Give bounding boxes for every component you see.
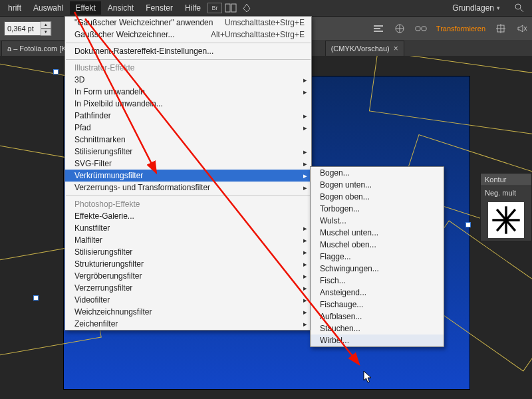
- effekt-menu: "Gaußscher Weichzeichner" anwendenUmscha…: [65, 16, 312, 331]
- mi-apply-last-label: "Gaußscher Weichzeichner" anwenden: [74, 18, 213, 27]
- panel-tab-kontur[interactable]: Kontur: [481, 174, 531, 186]
- mi-verkr-mmungsfilter[interactable]: Verkrümmungsfilter: [65, 170, 311, 182]
- mi-bogen-oben-[interactable]: Bogen oben...: [311, 191, 444, 203]
- mi-schwingungen-[interactable]: Schwingungen...: [311, 263, 444, 275]
- svg-rect-5: [374, 28, 380, 29]
- anchor-point[interactable]: [466, 222, 471, 227]
- mi-in-form-umwandeln[interactable]: In Form umwandeln: [65, 86, 311, 98]
- svg-rect-0: [225, 4, 230, 12]
- mi-wulst-[interactable]: Wulst...: [311, 215, 444, 227]
- brush-swatch[interactable]: [488, 202, 524, 238]
- mi-torbogen-[interactable]: Torbogen...: [311, 203, 444, 215]
- mi-kunstfilter[interactable]: Kunstfilter: [65, 222, 311, 234]
- mi-muschel-unten-[interactable]: Muschel unten...: [311, 227, 444, 239]
- mi-apply-last[interactable]: "Gaußscher Weichzeichner" anwendenUmscha…: [65, 17, 311, 29]
- menu-auswahl[interactable]: Auswahl: [28, 1, 68, 15]
- mi-verzerrungsfilter[interactable]: Verzerrungsfilter: [65, 282, 311, 294]
- svg-line-16: [506, 209, 515, 220]
- doc-tab-1[interactable]: a – Fotolia.com [K: [1, 41, 72, 56]
- gpu-icon[interactable]: [239, 2, 254, 14]
- warp-submenu: Bogen...Bogen unten...Bogen oben...Torbo…: [310, 166, 444, 347]
- mi-strukturierungsfilter[interactable]: Strukturierungsfilter: [65, 258, 311, 270]
- menubar: hrift Auswahl Effekt Ansicht Fenster Hil…: [0, 0, 532, 16]
- mi-effekte-galerie-[interactable]: Effekte-Galerie...: [65, 210, 311, 222]
- transform-link[interactable]: Transformieren: [436, 25, 485, 33]
- svg-rect-1: [231, 4, 236, 12]
- mi-schnittmarken[interactable]: Schnittmarken: [65, 134, 311, 146]
- workspace-switcher[interactable]: Grundlagen▾: [447, 2, 505, 14]
- doc-tab-2-label: (CMYK/Vorschau): [331, 45, 390, 53]
- menu-hrift[interactable]: hrift: [3, 1, 27, 15]
- workspace-label: Grundlagen: [452, 3, 494, 13]
- mi-aufblasen-[interactable]: Aufblasen...: [311, 311, 444, 323]
- mi-bogen-[interactable]: Bogen...: [311, 167, 444, 179]
- link-icon[interactable]: [415, 23, 427, 35]
- mi-svg-filter[interactable]: SVG-Filter: [65, 158, 311, 170]
- stroke-weight-value: 0,364 pt: [5, 25, 37, 33]
- mi-edit-last-label: Gaußscher Weichzeichner...: [74, 30, 175, 39]
- mi-bogen-unten-[interactable]: Bogen unten...: [311, 179, 444, 191]
- svg-line-20: [497, 220, 506, 231]
- mi-muschel-oben-[interactable]: Muschel oben...: [311, 239, 444, 251]
- menu-separator: [66, 43, 311, 43]
- svg-line-18: [506, 220, 515, 231]
- svg-line-22: [497, 209, 506, 220]
- anchor-point[interactable]: [53, 69, 59, 74]
- menu-header-photoshop: Photoshop-Effekte: [65, 198, 311, 210]
- arrange-docs-icon[interactable]: [223, 2, 238, 14]
- close-icon[interactable]: ×: [394, 44, 398, 53]
- svg-point-2: [515, 4, 521, 9]
- svg-rect-6: [374, 31, 383, 32]
- mi-weichzeichnungsfilter[interactable]: Weichzeichnungsfilter: [65, 306, 311, 318]
- mi-3d[interactable]: 3D: [65, 74, 311, 86]
- anchor-point[interactable]: [33, 295, 39, 301]
- doc-tab-2[interactable]: (CMYK/Vorschau)×: [325, 41, 404, 56]
- mute-icon[interactable]: [516, 23, 528, 35]
- svg-rect-4: [374, 25, 383, 27]
- menu-separator: [66, 59, 311, 60]
- mi-stilisierungsfilter[interactable]: Stilisierungsfilter: [65, 246, 311, 258]
- mi-pathfinder[interactable]: Pathfinder: [65, 110, 311, 122]
- search-icon[interactable]: [512, 2, 527, 14]
- svg-line-3: [520, 9, 523, 12]
- isolate-icon[interactable]: [495, 23, 507, 35]
- mi-vergr-berungsfilter[interactable]: Vergröberungsfilter: [65, 270, 311, 282]
- mi-doc-raster[interactable]: Dokument-Rastereffekt-Einstellungen...: [65, 45, 311, 57]
- mi-pfad[interactable]: Pfad: [65, 122, 311, 134]
- mi-ansteigend-[interactable]: Ansteigend...: [311, 287, 444, 299]
- menu-fenster[interactable]: Fenster: [140, 1, 178, 15]
- mi-verzerrungs-und-transformationsfilter[interactable]: Verzerrungs- und Transformationsfilter: [65, 182, 311, 194]
- mi-videofilter[interactable]: Videofilter: [65, 294, 311, 306]
- globe-icon[interactable]: [394, 23, 406, 35]
- mi-malfilter[interactable]: Malfilter: [65, 234, 311, 246]
- mi-stilisierungsfilter[interactable]: Stilisierungsfilter: [65, 146, 311, 158]
- menu-header-illustrator: Illustrator-Effekte: [65, 62, 311, 74]
- mi-wirbel-[interactable]: Wirbel...: [311, 334, 444, 346]
- blend-mode-row[interactable]: Neg. mult: [481, 186, 531, 200]
- mi-flagge-[interactable]: Flagge...: [311, 251, 444, 263]
- bridge-icon[interactable]: Br: [207, 3, 222, 13]
- kbd: Umschalttaste+Strg+E: [225, 17, 305, 29]
- menu-hilfe[interactable]: Hilfe: [180, 1, 206, 15]
- mi-zeichenfilter[interactable]: Zeichenfilter: [65, 318, 311, 330]
- menu-effekt[interactable]: Effekt: [70, 1, 100, 15]
- doc-tab-1-label: a – Fotolia.com [K: [7, 45, 66, 53]
- mi-in-pixelbild-umwandeln-[interactable]: In Pixelbild umwandeln...: [65, 98, 311, 110]
- kontur-panel: Kontur Neg. mult: [480, 173, 532, 241]
- kbd: Alt+Umschalttaste+Strg+E: [211, 29, 305, 41]
- menu-ansicht[interactable]: Ansicht: [102, 1, 139, 15]
- mi-fisch-[interactable]: Fisch...: [311, 275, 444, 287]
- stroke-weight-stepper[interactable]: ▴▾: [41, 21, 51, 36]
- stroke-weight-field[interactable]: 0,364 pt ▴▾: [4, 21, 52, 36]
- align-icon[interactable]: [372, 23, 384, 35]
- mi-stauchen-[interactable]: Stauchen...: [311, 323, 444, 334]
- chevron-down-icon: ▾: [497, 5, 500, 11]
- mi-edit-last[interactable]: Gaußscher Weichzeichner...Alt+Umschaltta…: [65, 29, 311, 41]
- svg-rect-9: [422, 27, 426, 31]
- svg-rect-8: [416, 27, 420, 31]
- menu-separator: [66, 196, 311, 196]
- mi-fischauge-[interactable]: Fischauge...: [311, 299, 444, 311]
